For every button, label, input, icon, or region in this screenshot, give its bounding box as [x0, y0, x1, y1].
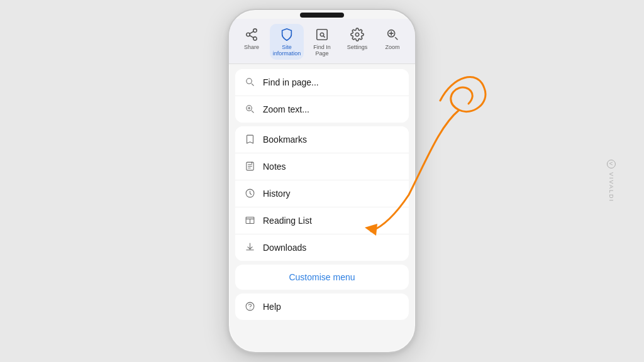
share-icon [243, 26, 260, 43]
settings-icon [349, 26, 365, 43]
menu-item-reading-list[interactable]: Reading List [235, 207, 409, 234]
menu-item-history[interactable]: History [235, 180, 409, 207]
zoom-text-menu-icon [244, 104, 255, 115]
downloads-menu-icon [244, 242, 255, 253]
downloads-menu-label: Downloads [263, 243, 306, 253]
zoom-icon [384, 26, 401, 43]
site-information-icon [279, 26, 295, 43]
reading-list-menu-icon [244, 215, 255, 226]
toolbar-find-in-page-label: Find In Page [306, 45, 338, 57]
menu-item-find-in-page[interactable]: Find in page... [235, 69, 409, 96]
svg-point-9 [246, 302, 254, 310]
find-in-page-menu-icon [244, 77, 255, 88]
toolbar-site-information-label: Site information [271, 45, 303, 57]
menu-group-nav: Bookmarks Notes [235, 126, 409, 261]
toolbar-strip: Share Site information Find In Page [229, 19, 415, 64]
toolbar-zoom-label: Zoom [385, 45, 399, 51]
notes-menu-label: Notes [263, 162, 286, 172]
help-menu-label: Help [263, 302, 281, 312]
find-in-page-icon [314, 26, 330, 43]
menu-item-downloads[interactable]: Downloads [235, 234, 409, 261]
menu-group-help: Help [235, 293, 409, 320]
toolbar-item-site-information[interactable]: Site information [270, 24, 304, 60]
phone-top-bar [229, 10, 415, 19]
svg-rect-0 [317, 30, 328, 40]
menu-item-bookmarks[interactable]: Bookmarks [235, 126, 409, 153]
history-menu-icon [244, 188, 255, 199]
bookmarks-menu-icon [244, 134, 255, 145]
toolbar-share-label: Share [244, 45, 259, 51]
notes-menu-icon [244, 161, 255, 172]
toolbar-item-settings[interactable]: Settings [340, 24, 374, 60]
phone-frame: Share Site information Find In Page [228, 9, 416, 353]
bookmarks-menu-label: Bookmarks [263, 134, 307, 145]
menu-item-help[interactable]: Help [235, 293, 409, 320]
reading-list-menu-label: Reading List [263, 216, 312, 226]
help-menu-icon [244, 301, 255, 312]
menu-item-zoom-text[interactable]: Zoom text... [235, 96, 409, 123]
menu-container: Find in page... Zoom text... [229, 64, 415, 352]
customise-menu-label: Customise menu [289, 272, 355, 282]
dynamic-island [300, 13, 344, 18]
menu-group-search: Find in page... Zoom text... [235, 69, 409, 123]
menu-item-notes[interactable]: Notes [235, 153, 409, 180]
toolbar-item-share[interactable]: Share [235, 24, 269, 60]
zoom-text-menu-label: Zoom text... [263, 104, 309, 114]
vivaldi-text: VIVALDI [608, 172, 614, 202]
toolbar-item-zoom[interactable]: Zoom [375, 24, 409, 60]
customise-menu-button[interactable]: Customise menu [235, 265, 409, 290]
toolbar-settings-label: Settings [347, 45, 368, 51]
vivaldi-icon: V [607, 160, 616, 168]
toolbar-item-find-in-page[interactable]: Find In Page [305, 24, 339, 60]
history-menu-label: History [263, 189, 291, 199]
find-in-page-menu-label: Find in page... [263, 77, 319, 87]
vivaldi-label: V VIVALDI [607, 160, 616, 202]
svg-point-2 [355, 33, 359, 36]
svg-point-1 [320, 33, 324, 36]
svg-point-4 [246, 79, 252, 84]
